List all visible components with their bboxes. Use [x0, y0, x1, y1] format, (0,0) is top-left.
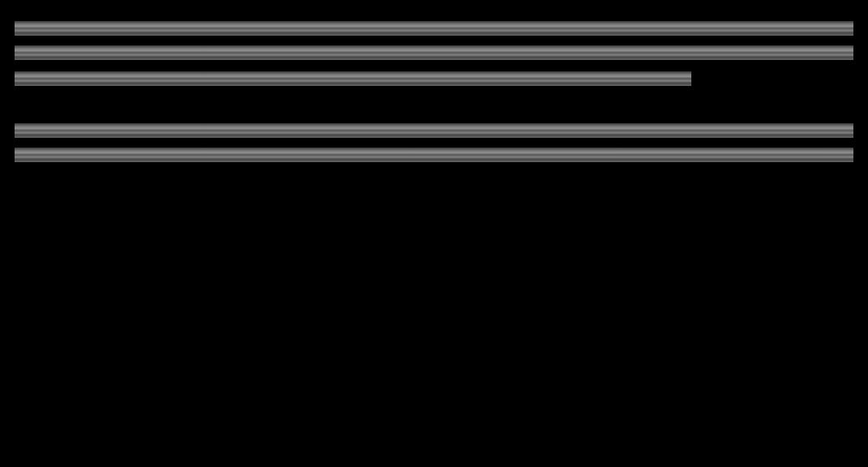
redacted-line-4 — [15, 123, 853, 138]
redacted-line-5 — [15, 148, 853, 162]
redacted-line-1 — [15, 21, 853, 36]
terminal[interactable]: ___ _ _ _ | _ |_) |_ _ _ __ _ _ __ (_) |… — [0, 0, 868, 467]
redacted-line-3 — [15, 71, 691, 86]
ascii-art-logo: ___ _ _ _ | _ |_) |_ _ _ __ _ _ __ (_) |… — [0, 280, 868, 467]
redacted-line-2 — [15, 45, 853, 60]
